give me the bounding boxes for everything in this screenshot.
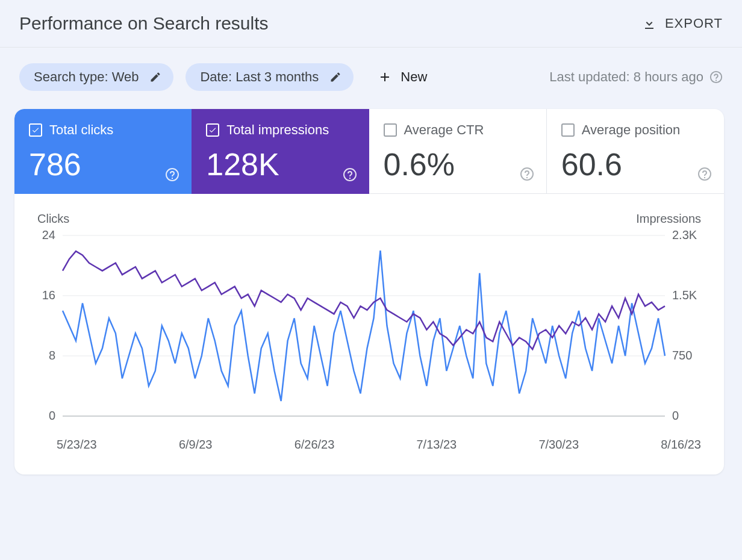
checkbox-icon	[561, 123, 575, 137]
svg-text:0: 0	[672, 409, 679, 422]
add-filter-button[interactable]: New	[378, 69, 427, 85]
metric-card-total-clicks[interactable]: Total clicks 786	[14, 109, 192, 194]
pencil-icon	[149, 71, 161, 83]
svg-point-0	[711, 72, 722, 82]
checkbox-icon	[206, 123, 219, 137]
x-tick: 7/13/23	[417, 438, 457, 452]
svg-text:8: 8	[49, 349, 55, 362]
checkbox-icon	[29, 123, 42, 137]
svg-text:1.5K: 1.5K	[672, 288, 697, 302]
export-label: EXPORT	[665, 16, 723, 31]
svg-text:24: 24	[42, 229, 55, 241]
left-axis-title: Clicks	[37, 212, 69, 226]
last-updated: Last updated: 8 hours ago	[549, 69, 723, 85]
svg-text:750: 750	[672, 349, 692, 362]
performance-card: Total clicks 786 Total impressions 128K	[14, 109, 724, 474]
x-tick: 7/30/23	[538, 438, 579, 452]
filter-chip-date[interactable]: Date: Last 3 months	[186, 63, 354, 91]
plus-icon	[378, 70, 392, 84]
checkbox-icon	[384, 123, 397, 137]
svg-text:16: 16	[42, 288, 55, 302]
metric-card-average-ctr[interactable]: Average CTR 0.6%	[369, 109, 547, 194]
metric-label: Average CTR	[404, 122, 484, 138]
metric-card-total-impressions[interactable]: Total impressions 128K	[192, 109, 369, 194]
x-tick: 5/23/23	[57, 438, 97, 452]
metric-card-average-position[interactable]: Average position 60.6	[547, 109, 724, 194]
svg-text:0: 0	[49, 409, 55, 422]
page-title: Performance on Search results	[19, 13, 269, 34]
metric-label: Total clicks	[49, 122, 113, 138]
x-tick: 6/26/23	[295, 438, 335, 452]
metric-value: 128K	[206, 149, 354, 180]
pencil-icon	[329, 71, 341, 83]
x-axis: 5/23/236/9/236/26/237/13/237/30/238/16/2…	[33, 428, 706, 468]
metric-value: 0.6%	[384, 149, 532, 180]
svg-text:2.3K: 2.3K	[672, 229, 697, 241]
help-icon[interactable]	[520, 167, 534, 181]
right-axis-title: Impressions	[636, 212, 701, 226]
x-tick: 8/16/23	[661, 438, 701, 452]
help-icon[interactable]	[697, 167, 712, 181]
metric-value: 60.6	[561, 149, 709, 180]
x-tick: 6/9/23	[179, 438, 213, 452]
performance-chart: 008750161.5K242.3K	[33, 229, 701, 428]
metric-label: Total impressions	[226, 122, 329, 138]
chart-area: Clicks Impressions 008750161.5K242.3K 5/…	[14, 194, 724, 474]
add-filter-label: New	[401, 69, 427, 85]
help-icon[interactable]	[343, 167, 357, 182]
download-icon	[642, 16, 656, 31]
help-icon[interactable]	[165, 167, 179, 182]
metric-label: Average position	[582, 122, 681, 138]
filter-chip-date-label: Date: Last 3 months	[200, 69, 319, 85]
filter-chip-search-type-label: Search type: Web	[34, 69, 139, 85]
help-icon[interactable]	[709, 70, 723, 84]
filter-chip-search-type[interactable]: Search type: Web	[19, 63, 173, 91]
metric-value: 786	[29, 149, 177, 180]
export-button[interactable]: EXPORT	[642, 16, 723, 31]
last-updated-text: Last updated: 8 hours ago	[549, 69, 703, 85]
